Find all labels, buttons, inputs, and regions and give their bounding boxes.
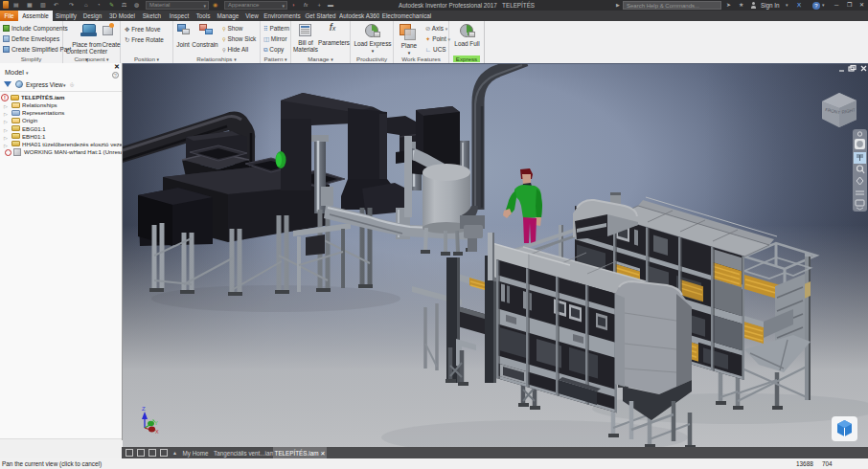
svg-text:X: X xyxy=(155,429,159,435)
svg-text:Z: Z xyxy=(142,406,146,412)
svg-text:Y: Y xyxy=(154,420,158,426)
